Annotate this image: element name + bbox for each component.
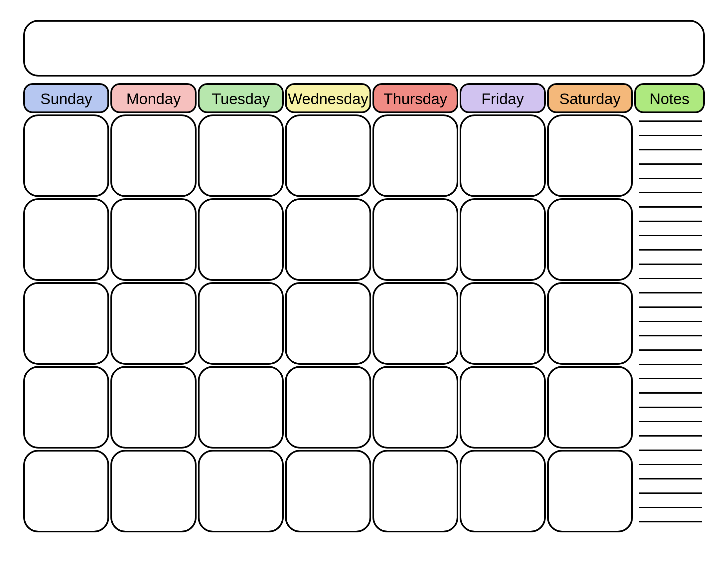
note-line[interactable] <box>639 192 702 193</box>
day-cell[interactable] <box>110 450 196 532</box>
note-line[interactable] <box>639 407 702 408</box>
note-line[interactable] <box>639 521 702 522</box>
header-saturday: Saturday <box>547 83 633 113</box>
note-line[interactable] <box>639 450 702 451</box>
col-saturday: Saturday <box>547 83 633 532</box>
day-cell[interactable] <box>110 282 196 365</box>
col-wednesday: Wednesday <box>285 83 371 532</box>
header-thursday: Thursday <box>372 83 458 113</box>
day-cell[interactable] <box>547 450 633 532</box>
note-line[interactable] <box>639 249 702 250</box>
note-line[interactable] <box>639 478 702 480</box>
day-cell[interactable] <box>460 198 545 281</box>
note-line[interactable] <box>639 278 702 279</box>
note-line[interactable] <box>639 321 702 322</box>
day-cell[interactable] <box>372 114 458 197</box>
day-cell[interactable] <box>198 366 284 449</box>
calendar-columns: Sunday Monday Tuesday Wednesday <box>23 83 705 532</box>
note-line[interactable] <box>639 421 702 422</box>
header-wednesday: Wednesday <box>285 83 371 113</box>
note-line[interactable] <box>639 364 702 365</box>
day-cell[interactable] <box>460 282 545 365</box>
note-line[interactable] <box>639 235 702 236</box>
day-cell[interactable] <box>198 282 284 365</box>
header-tuesday: Tuesday <box>198 83 284 113</box>
day-cell[interactable] <box>547 114 633 197</box>
note-line[interactable] <box>639 335 702 337</box>
header-sunday: Sunday <box>23 83 109 113</box>
note-line[interactable] <box>639 220 702 222</box>
note-line[interactable] <box>639 464 702 465</box>
day-cell[interactable] <box>285 114 371 197</box>
col-thursday: Thursday <box>372 83 458 532</box>
note-line[interactable] <box>639 493 702 494</box>
day-cell[interactable] <box>460 450 545 532</box>
note-line[interactable] <box>639 307 702 308</box>
header-friday: Friday <box>460 83 545 113</box>
day-cell[interactable] <box>23 114 109 197</box>
col-sunday: Sunday <box>23 83 109 532</box>
col-notes: Notes <box>634 83 705 532</box>
note-line[interactable] <box>639 149 702 150</box>
day-cell[interactable] <box>285 366 371 449</box>
day-cell[interactable] <box>110 198 196 281</box>
day-cell[interactable] <box>285 450 371 532</box>
title-box[interactable] <box>23 20 705 76</box>
note-line[interactable] <box>639 163 702 165</box>
note-line[interactable] <box>639 263 702 265</box>
note-line[interactable] <box>639 507 702 508</box>
day-cell[interactable] <box>23 450 109 532</box>
day-cell[interactable] <box>198 450 284 532</box>
col-tuesday: Tuesday <box>198 83 284 532</box>
header-monday: Monday <box>110 83 196 113</box>
header-notes: Notes <box>634 83 705 113</box>
note-line[interactable] <box>639 120 702 122</box>
day-cell[interactable] <box>198 114 284 197</box>
day-cell[interactable] <box>372 282 458 365</box>
note-line[interactable] <box>639 350 702 351</box>
day-cell[interactable] <box>110 366 196 449</box>
day-cell[interactable] <box>547 366 633 449</box>
day-cell[interactable] <box>372 198 458 281</box>
day-cell[interactable] <box>23 366 109 449</box>
day-cell[interactable] <box>547 198 633 281</box>
day-cell[interactable] <box>23 198 109 281</box>
col-monday: Monday <box>110 83 196 532</box>
day-cell[interactable] <box>460 114 545 197</box>
note-line[interactable] <box>639 378 702 379</box>
note-line[interactable] <box>639 435 702 437</box>
day-cell[interactable] <box>110 114 196 197</box>
note-line[interactable] <box>639 135 702 136</box>
day-cell[interactable] <box>460 366 545 449</box>
day-cell[interactable] <box>372 366 458 449</box>
col-friday: Friday <box>460 83 545 532</box>
day-cell[interactable] <box>23 282 109 365</box>
day-cell[interactable] <box>285 198 371 281</box>
note-line[interactable] <box>639 392 702 394</box>
day-cell[interactable] <box>547 282 633 365</box>
day-cell[interactable] <box>372 450 458 532</box>
note-line[interactable] <box>639 178 702 179</box>
note-line[interactable] <box>639 206 702 208</box>
note-line[interactable] <box>639 292 702 294</box>
day-cell[interactable] <box>198 198 284 281</box>
calendar-page: Sunday Monday Tuesday Wednesday <box>0 0 728 563</box>
day-cell[interactable] <box>285 282 371 365</box>
notes-body[interactable] <box>634 114 705 532</box>
